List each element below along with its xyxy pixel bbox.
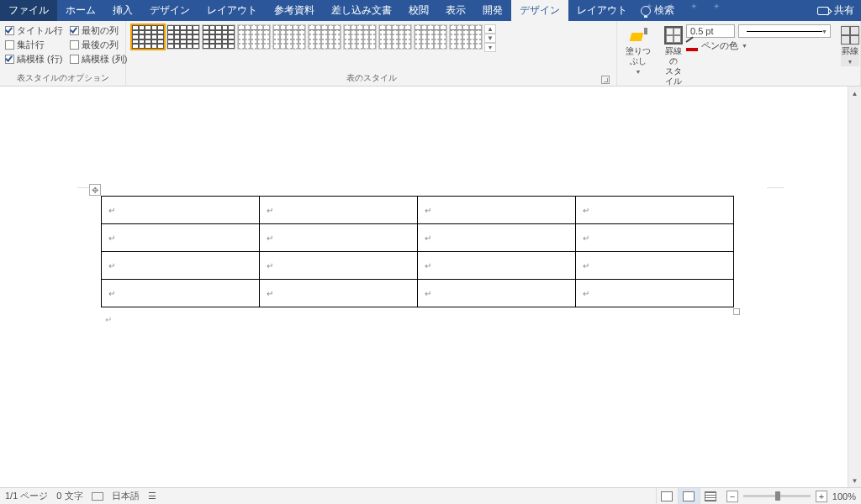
status-bar: 1/1 ページ 0 文字 日本語 ☰ − + 100% — [0, 487, 861, 504]
margin-mark-right — [767, 187, 784, 188]
accessibility-icon[interactable]: ☰ — [148, 491, 156, 501]
gallery-expand[interactable]: ▾ — [484, 43, 496, 52]
chk-label: 最初の列 — [82, 24, 119, 37]
table-cell[interactable]: ↵ — [102, 197, 260, 224]
btn-label: ペンの色 — [701, 39, 738, 52]
page-indicator[interactable]: 1/1 ページ — [5, 490, 48, 502]
tab-file[interactable]: ファイル — [0, 0, 57, 21]
document-area[interactable]: ✥ ↵↵↵↵↵↵↵↵↵↵↵↵↵↵↵↵ ↵ ▲ ▼ — [0, 87, 861, 487]
tab-view[interactable]: 表示 — [437, 0, 474, 21]
group-label: 表のスタイル — [131, 71, 611, 86]
table-resize-handle[interactable] — [733, 308, 740, 315]
table-cell[interactable]: ↵ — [260, 197, 418, 224]
table-cell[interactable]: ↵ — [260, 280, 418, 307]
tab-review[interactable]: 校閲 — [400, 0, 437, 21]
table-row[interactable]: ↵↵↵↵ — [102, 197, 734, 224]
chk-banded-rows[interactable]: 縞模様 (行) — [5, 53, 63, 66]
dialog-launcher-icon[interactable] — [601, 76, 610, 84]
zoom-out-button[interactable]: − — [726, 491, 738, 502]
paint-bucket-icon — [629, 26, 647, 45]
table-row[interactable]: ↵↵↵↵ — [102, 224, 734, 252]
chk-banded-cols[interactable]: 縞模様 (列) — [70, 53, 127, 66]
border-weight-selector[interactable]: 0.5 pt ▼ — [686, 24, 831, 38]
table-style-thumb[interactable] — [131, 24, 165, 50]
table-cell[interactable]: ↵ — [418, 252, 576, 280]
pen-color-button[interactable]: ペンの色 ▼ — [686, 39, 831, 52]
chk-last-col[interactable]: 最後の列 — [70, 39, 127, 51]
tab-table-design[interactable]: デザイン — [511, 0, 568, 21]
border-style-icon — [664, 26, 683, 45]
table-style-thumb[interactable] — [237, 24, 271, 50]
table-cell[interactable]: ↵ — [102, 280, 260, 307]
table-style-thumb[interactable] — [202, 24, 235, 50]
paragraph-mark: ↵ — [105, 315, 112, 324]
view-web-layout[interactable] — [700, 488, 721, 505]
checkbox-icon — [70, 55, 79, 64]
spellcheck-icon[interactable] — [92, 492, 103, 501]
table-cell[interactable]: ↵ — [418, 280, 576, 307]
tab-table-layout[interactable]: レイアウト — [568, 0, 636, 21]
group-table-styles: ▲ ▼ ▾ 表のスタイル — [126, 21, 617, 86]
tab-insert[interactable]: 挿入 — [104, 0, 141, 21]
zoom-in-button[interactable]: + — [816, 491, 827, 502]
table-style-thumb[interactable] — [414, 24, 447, 50]
tab-developer[interactable]: 開発 — [474, 0, 511, 21]
checkbox-icon — [70, 26, 79, 35]
zoom-slider-thumb[interactable] — [775, 491, 780, 501]
table-cell[interactable]: ↵ — [260, 224, 418, 252]
table-cell[interactable]: ↵ — [102, 252, 260, 280]
vertical-scrollbar[interactable]: ▲ ▼ — [848, 87, 861, 487]
table-style-thumb[interactable] — [166, 24, 200, 50]
table-cell[interactable]: ↵ — [260, 252, 418, 280]
zoom-percent[interactable]: 100% — [832, 491, 856, 501]
borders-button[interactable]: 罫線▼ — [841, 24, 859, 66]
table-cell[interactable]: ↵ — [576, 224, 734, 252]
table-cell[interactable]: ↵ — [576, 197, 734, 224]
tab-references[interactable]: 参考資料 — [266, 0, 323, 21]
table-cell[interactable]: ↵ — [418, 197, 576, 224]
chk-label: 集計行 — [17, 39, 45, 51]
checkbox-icon — [70, 40, 79, 50]
tab-mailmerge[interactable]: 差し込み文書 — [323, 0, 400, 21]
table-style-thumb[interactable] — [343, 24, 377, 50]
table-cell[interactable]: ↵ — [418, 224, 576, 252]
group-shading: 塗りつぶし▼ — [617, 21, 659, 86]
ribbon: タイトル行 最初の列 集計行 最後の列 縞模様 (行) 縞模様 (列) 表スタイ… — [0, 21, 861, 87]
zoom-slider[interactable] — [743, 495, 811, 497]
word-count[interactable]: 0 文字 — [56, 490, 82, 502]
group-style-options: タイトル行 最初の列 集計行 最後の列 縞模様 (行) 縞模様 (列) 表スタイ… — [0, 21, 126, 86]
view-read-mode[interactable] — [656, 488, 678, 505]
chk-label: 縞模様 (行) — [17, 53, 62, 66]
checkbox-icon — [5, 26, 14, 35]
chk-first-col[interactable]: 最初の列 — [70, 24, 127, 37]
table-style-thumb[interactable] — [378, 24, 412, 50]
table-cell[interactable]: ↵ — [102, 224, 260, 252]
gallery-scroll-up[interactable]: ▲ — [484, 24, 496, 34]
tab-design[interactable]: デザイン — [141, 0, 198, 21]
line-style-selector[interactable]: ▼ — [738, 24, 831, 38]
shading-button[interactable]: 塗りつぶし▼ — [622, 24, 654, 76]
share-button[interactable]: 共有 — [834, 3, 854, 18]
share-icon — [817, 7, 829, 15]
table-row[interactable]: ↵↵↵↵ — [102, 280, 734, 307]
tab-home[interactable]: ホーム — [57, 0, 104, 21]
table-row[interactable]: ↵↵↵↵ — [102, 252, 734, 280]
chk-total-row[interactable]: 集計行 — [5, 39, 63, 51]
view-print-layout[interactable] — [678, 488, 700, 505]
language-indicator[interactable]: 日本語 — [112, 490, 140, 502]
document-table[interactable]: ↵↵↵↵↵↵↵↵↵↵↵↵↵↵↵↵ — [101, 196, 734, 307]
table-cell[interactable]: ↵ — [576, 280, 734, 307]
chk-title-row[interactable]: タイトル行 — [5, 24, 63, 37]
menu-bar: ファイル ホーム 挿入 デザイン レイアウト 参考資料 差し込み文書 校閲 表示… — [0, 0, 861, 21]
scroll-down-button[interactable]: ▼ — [848, 474, 861, 487]
tab-layout[interactable]: レイアウト — [198, 0, 266, 21]
table-move-handle[interactable]: ✥ — [89, 184, 101, 196]
web-layout-icon — [705, 491, 716, 501]
scroll-up-button[interactable]: ▲ — [848, 87, 861, 100]
border-styles-button[interactable]: 罫線の スタイル ▼ — [664, 24, 683, 94]
table-style-thumb[interactable] — [308, 24, 341, 50]
table-cell[interactable]: ↵ — [576, 252, 734, 280]
table-style-thumb[interactable] — [272, 24, 306, 50]
gallery-scroll-down[interactable]: ▼ — [484, 34, 496, 43]
table-style-thumb[interactable] — [449, 24, 483, 50]
